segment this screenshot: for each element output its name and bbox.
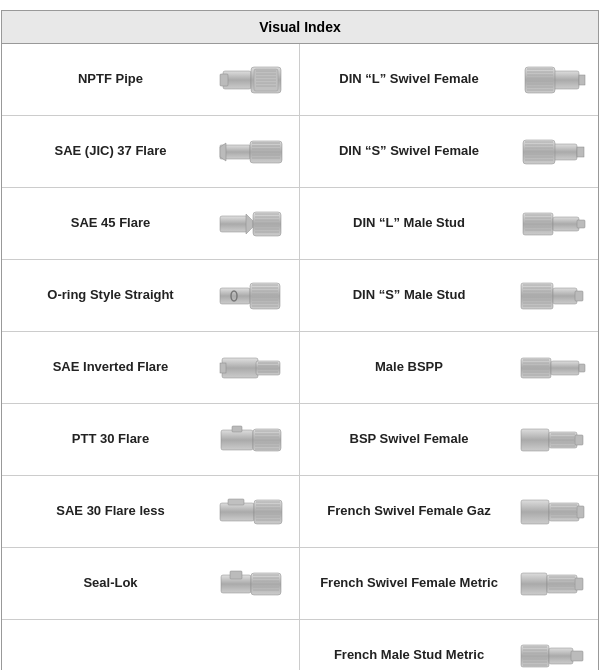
right-label-0: DIN “L” Swivel Female: [306, 71, 512, 88]
right-label-6: French Swivel Female Gaz: [306, 503, 512, 520]
table-body: NPTF Pipe DIN “L” Swivel Female: [2, 44, 598, 670]
table-row-right-5: BSP Swivel Female: [300, 404, 598, 476]
svg-rect-109: [575, 435, 583, 445]
left-label-1: SAE (JIC) 37 Flare: [8, 143, 213, 160]
fitting-image-right-5: [517, 416, 587, 464]
left-label-0: NPTF Pipe: [8, 71, 213, 88]
right-label-3: DIN “S” Male Stud: [306, 287, 512, 304]
svg-rect-57: [553, 217, 579, 231]
table-header: Visual Index: [2, 11, 598, 44]
svg-rect-125: [521, 500, 549, 524]
table-row-right-8: French Male Stud Metric: [300, 620, 598, 670]
table-row-left-3: O-ring Style Straight: [2, 260, 300, 332]
header-title: Visual Index: [259, 19, 340, 35]
fitting-image-right-0: [517, 56, 587, 104]
left-fitting-5: [213, 416, 293, 464]
left-fitting-2: [213, 200, 293, 248]
table-row-right-7: French Swivel Female Metric: [300, 548, 598, 620]
table-row-right-3: DIN “S” Male Stud: [300, 260, 598, 332]
left-fitting-6: [213, 488, 293, 536]
svg-rect-159: [571, 651, 583, 661]
fitting-image-left-1: [218, 128, 288, 176]
left-fitting-1: [213, 128, 293, 176]
svg-rect-60: [250, 283, 280, 309]
svg-rect-81: [222, 358, 258, 378]
right-fitting-8: [512, 632, 592, 671]
left-label-2: SAE 45 Flare: [8, 215, 213, 232]
right-label-5: BSP Swivel Female: [306, 431, 512, 448]
svg-rect-134: [230, 571, 242, 579]
table-row-left-6: SAE 30 Flare less: [2, 476, 300, 548]
fitting-image-left-5: [218, 416, 288, 464]
fitting-image-left-8: [218, 632, 288, 671]
fitting-image-left-7: [218, 560, 288, 608]
left-label-4: SAE Inverted Flare: [8, 359, 213, 376]
svg-rect-95: [551, 361, 579, 375]
left-fitting-3: [213, 272, 293, 320]
fitting-image-right-1: [517, 128, 587, 176]
right-fitting-0: [512, 56, 592, 104]
svg-rect-31: [577, 147, 584, 157]
table-row-left-2: SAE 45 Flare: [2, 188, 300, 260]
right-fitting-2: [512, 200, 592, 248]
table-row-right-4: Male BSPP: [300, 332, 598, 404]
left-fitting-7: [213, 560, 293, 608]
left-label-7: Seal-Lok: [8, 575, 213, 592]
fitting-image-left-4: [218, 344, 288, 392]
left-fitting-8: [213, 632, 293, 671]
fitting-image-left-6: [218, 488, 288, 536]
right-fitting-3: [512, 272, 592, 320]
table-row-left-0: NPTF Pipe: [2, 44, 300, 116]
right-label-7: French Swivel Female Metric: [306, 575, 512, 592]
left-label-5: PTT 30 Flare: [8, 431, 213, 448]
svg-rect-1: [220, 74, 228, 86]
svg-rect-116: [228, 499, 244, 505]
fitting-image-right-8: [517, 632, 587, 671]
visual-index-table: Visual Index NPTF Pipe DIN “L” Swivel Fe…: [1, 10, 599, 670]
right-label-2: DIN “L” Male Stud: [306, 215, 512, 232]
svg-rect-10: [553, 71, 579, 89]
table-row-left-5: PTT 30 Flare: [2, 404, 300, 476]
svg-rect-80: [575, 291, 583, 301]
fitting-image-right-4: [517, 344, 587, 392]
table-row-left-4: SAE Inverted Flare: [2, 332, 300, 404]
svg-rect-97: [221, 430, 253, 450]
svg-rect-127: [577, 506, 584, 518]
svg-rect-79: [553, 288, 577, 304]
svg-rect-98: [232, 426, 242, 432]
svg-rect-107: [521, 429, 549, 451]
fitting-image-right-7: [517, 560, 587, 608]
svg-rect-115: [220, 503, 254, 521]
fitting-image-right-3: [517, 272, 587, 320]
svg-rect-82: [220, 363, 226, 373]
svg-rect-58: [577, 220, 585, 228]
left-label-6: SAE 30 Flare less: [8, 503, 213, 520]
fitting-image-right-6: [517, 488, 587, 536]
svg-rect-11: [579, 75, 585, 85]
svg-rect-142: [521, 573, 547, 595]
right-label-4: Male BSPP: [306, 359, 512, 376]
right-fitting-4: [512, 344, 592, 392]
fitting-image-left-2: [218, 200, 288, 248]
fitting-image-right-2: [517, 200, 587, 248]
right-fitting-1: [512, 128, 592, 176]
svg-rect-70: [521, 283, 553, 309]
svg-rect-40: [220, 216, 248, 232]
table-row-right-2: DIN “L” Male Stud: [300, 188, 598, 260]
table-row-right-1: DIN “S” Swivel Female: [300, 116, 598, 188]
svg-rect-158: [549, 648, 573, 664]
table-row-left-8: [2, 620, 300, 670]
svg-rect-59: [220, 288, 250, 304]
svg-rect-12: [525, 67, 555, 93]
table-row-right-6: French Swivel Female Gaz: [300, 476, 598, 548]
left-label-3: O-ring Style Straight: [8, 287, 213, 304]
fitting-image-left-0: [218, 56, 288, 104]
svg-rect-96: [579, 364, 585, 372]
svg-rect-144: [575, 578, 583, 590]
right-label-8: French Male Stud Metric: [306, 647, 512, 664]
right-label-1: DIN “S” Swivel Female: [306, 143, 512, 160]
svg-rect-143: [547, 575, 577, 593]
left-fitting-4: [213, 344, 293, 392]
table-row-left-7: Seal-Lok: [2, 548, 300, 620]
right-fitting-5: [512, 416, 592, 464]
